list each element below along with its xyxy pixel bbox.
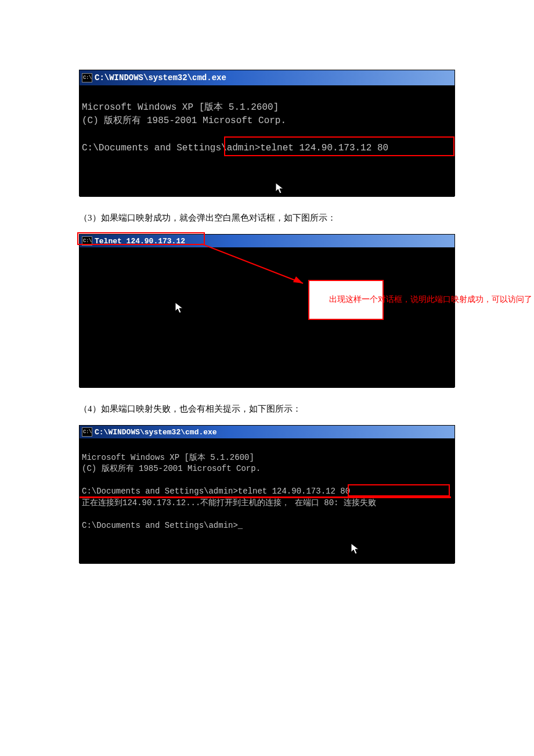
title-text-1: C:\WINDOWS\system32\cmd.exe	[95, 73, 226, 82]
titlebar-2: C:\ Telnet 124.90.173.12	[80, 235, 454, 247]
annotation-arrow-icon	[201, 240, 312, 293]
terminal-body-3[interactable]: Microsoft Windows XP [版本 5.1.2600] (C) 版…	[80, 438, 454, 564]
line-copyright: (C) 版权所有 1985-2001 Microsoft Corp.	[82, 116, 286, 126]
error-highlight: 在端口 80: 连接失败	[295, 498, 376, 507]
caption-4: （4）如果端口映射失败，也会有相关提示，如下图所示：	[79, 404, 455, 415]
cmd-window-3: C:\ C:\WINDOWS\system32\cmd.exe Microsof…	[79, 425, 455, 563]
svg-marker-1	[293, 276, 303, 283]
annotation-callout: 出现这样一个对话框，说明此端口映射成功，可以访问了 。	[308, 280, 384, 320]
titlebar-3: C:\ C:\WINDOWS\system32\cmd.exe	[80, 426, 454, 438]
line-copyright-3: (C) 版权所有 1985-2001 Microsoft Corp.	[82, 464, 261, 473]
terminal-body-1[interactable]: Microsoft Windows XP [版本 5.1.2600] (C) 版…	[80, 85, 454, 197]
title-text-3: C:\WINDOWS\system32\cmd.exe	[95, 428, 217, 437]
entered-command-3: telnet 124.90.173.12 80	[238, 487, 350, 496]
cmd-icon: C:\	[82, 236, 92, 246]
prompt-1: C:\Documents and Settings\admin>	[82, 143, 260, 153]
highlight-port-fail	[348, 484, 450, 496]
caption-3: （3）如果端口映射成功，就会弹出空白黑色对话框，如下图所示：	[79, 213, 455, 224]
telnet-window: C:\ Telnet 124.90.173.12 出现这样一个对话框，说明此端口…	[79, 234, 455, 387]
svg-line-0	[201, 244, 303, 283]
mouse-cursor-icon	[230, 169, 240, 182]
highlight-error-underline	[80, 496, 451, 498]
terminal-body-2[interactable]: 出现这样一个对话框，说明此端口映射成功，可以访问了 。	[80, 247, 454, 388]
callout-text: 出现这样一个对话框，说明此端口映射成功，可以访问了 。	[329, 295, 534, 304]
title-text-2: Telnet 124.90.173.12	[95, 237, 185, 246]
mouse-cursor-icon	[133, 289, 142, 302]
line-version-3: Microsoft Windows XP [版本 5.1.2600]	[82, 453, 254, 462]
prompt-3b: C:\Documents and Settings\admin>	[82, 521, 238, 530]
entered-command-1: telnet 124.90.173.12 80	[260, 143, 388, 153]
line-version: Microsoft Windows XP [版本 5.1.2600]	[82, 102, 279, 113]
prompt-3a: C:\Documents and Settings\admin>	[82, 487, 238, 496]
cmd-icon: C:\	[82, 427, 92, 437]
cmd-window-1: C:\ C:\WINDOWS\system32\cmd.exe Microsof…	[79, 70, 455, 196]
error-prefix: 正在连接到124.90.173.12...不能打开到主机的连接，	[82, 498, 295, 507]
text-cursor: _	[238, 521, 243, 530]
titlebar-1: C:\ C:\WINDOWS\system32\cmd.exe	[80, 70, 454, 85]
mouse-cursor-icon	[312, 531, 321, 544]
cmd-icon: C:\	[82, 73, 92, 82]
